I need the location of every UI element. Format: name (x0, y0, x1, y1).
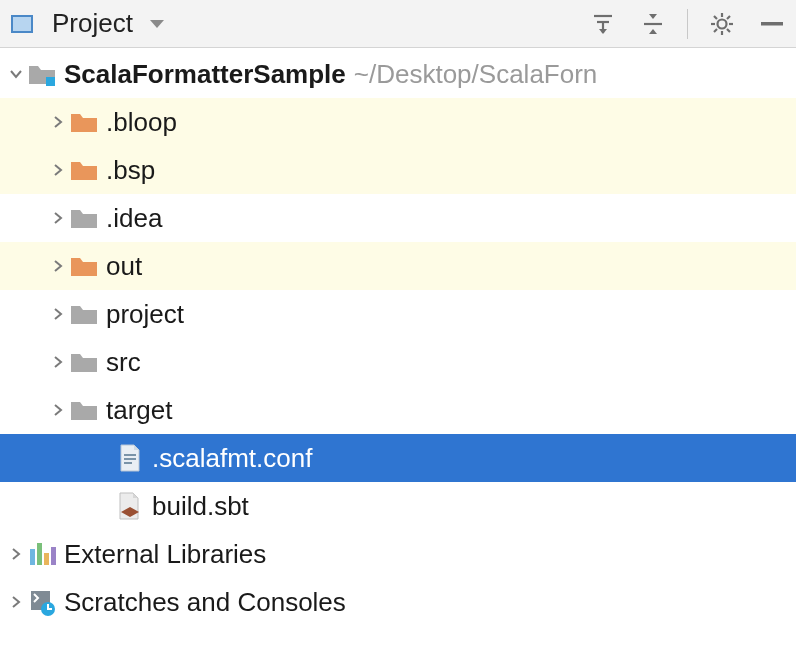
settings-icon[interactable] (706, 8, 738, 40)
svg-rect-21 (37, 543, 42, 565)
folder-label: out (106, 251, 142, 282)
toolbar-separator (687, 9, 688, 39)
libraries-icon (28, 540, 56, 568)
tree-folder-project[interactable]: project (0, 290, 796, 338)
view-mode-dropdown[interactable] (141, 8, 173, 40)
svg-rect-15 (46, 77, 55, 86)
root-path: ~/Desktop/ScalaForn (354, 59, 598, 90)
toolbar-title: Project (52, 8, 133, 39)
svg-rect-22 (44, 553, 49, 565)
folder-label: project (106, 299, 184, 330)
root-label: ScalaFormatterSample (64, 59, 346, 90)
svg-line-10 (714, 16, 717, 19)
chevron-right-icon[interactable] (46, 254, 70, 278)
module-folder-icon (28, 60, 56, 88)
svg-line-12 (714, 29, 717, 32)
scratches-icon (28, 588, 56, 616)
folder-excluded-icon (70, 156, 98, 184)
folder-label: src (106, 347, 141, 378)
svg-point-5 (718, 19, 727, 28)
folder-label: .idea (106, 203, 162, 234)
folder-icon (70, 348, 98, 376)
tree-external-libraries[interactable]: External Libraries (0, 530, 796, 578)
toolbar-right (587, 8, 788, 40)
folder-excluded-icon (70, 252, 98, 280)
folder-label: .bsp (106, 155, 155, 186)
chevron-right-icon[interactable] (46, 158, 70, 182)
project-toolbar: Project (0, 0, 796, 48)
file-conf-icon (116, 444, 144, 472)
svg-rect-20 (30, 549, 35, 565)
chevron-right-icon[interactable] (4, 542, 28, 566)
svg-line-11 (727, 29, 730, 32)
folder-label: target (106, 395, 173, 426)
svg-rect-14 (761, 22, 783, 26)
folder-label: .bloop (106, 107, 177, 138)
svg-line-13 (727, 16, 730, 19)
toolbar-left: Project (8, 8, 173, 40)
svg-rect-23 (51, 547, 56, 565)
tree-root[interactable]: ScalaFormatterSample ~/Desktop/ScalaForn (0, 50, 796, 98)
hide-icon[interactable] (756, 8, 788, 40)
file-label: build.sbt (152, 491, 249, 522)
node-label: External Libraries (64, 539, 266, 570)
tree-folder-target[interactable]: target (0, 386, 796, 434)
tree-folder-idea[interactable]: .idea (0, 194, 796, 242)
chevron-right-icon[interactable] (4, 590, 28, 614)
chevron-down-icon[interactable] (4, 62, 28, 86)
chevron-right-icon[interactable] (46, 302, 70, 326)
project-icon (8, 10, 36, 38)
file-label: .scalafmt.conf (152, 443, 312, 474)
scroll-from-source-icon[interactable] (587, 8, 619, 40)
file-sbt-icon (116, 492, 144, 520)
folder-icon (70, 204, 98, 232)
tree-folder-bsp[interactable]: .bsp (0, 146, 796, 194)
tree-folder-src[interactable]: src (0, 338, 796, 386)
tree-folder-out[interactable]: out (0, 242, 796, 290)
tree-scratches-consoles[interactable]: Scratches and Consoles (0, 578, 796, 626)
folder-excluded-icon (70, 108, 98, 136)
tree-file-build-sbt[interactable]: build.sbt (0, 482, 796, 530)
svg-rect-0 (12, 16, 32, 32)
chevron-right-icon[interactable] (46, 350, 70, 374)
chevron-right-icon[interactable] (46, 398, 70, 422)
node-label: Scratches and Consoles (64, 587, 346, 618)
project-tree: ScalaFormatterSample ~/Desktop/ScalaForn… (0, 48, 796, 626)
collapse-all-icon[interactable] (637, 8, 669, 40)
tree-file-scalafmt-conf[interactable]: .scalafmt.conf (0, 434, 796, 482)
tree-folder-bloop[interactable]: .bloop (0, 98, 796, 146)
folder-icon (70, 396, 98, 424)
chevron-right-icon[interactable] (46, 110, 70, 134)
folder-icon (70, 300, 98, 328)
chevron-right-icon[interactable] (46, 206, 70, 230)
